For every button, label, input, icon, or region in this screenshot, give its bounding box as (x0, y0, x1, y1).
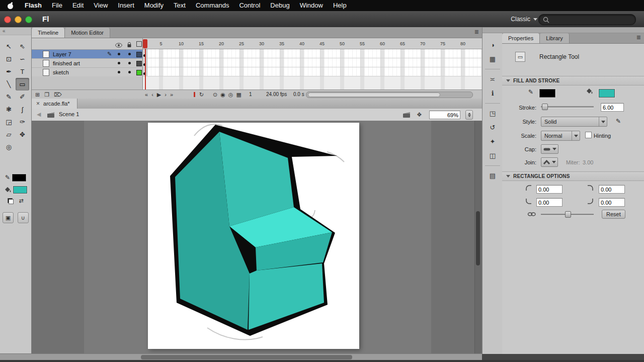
stroke-weight-slider[interactable] (541, 103, 594, 111)
corner-radius-bottom-left-input[interactable] (536, 198, 562, 207)
slider-thumb[interactable] (565, 211, 571, 218)
corner-radius-top-left-input[interactable] (536, 185, 562, 194)
stroke-weight-input[interactable] (601, 103, 624, 112)
new-folder-button[interactable]: ❐ (44, 92, 49, 98)
layer-row[interactable]: sketch (32, 68, 142, 77)
frame-rows[interactable] (143, 49, 482, 76)
layer-visibility-dot[interactable] (118, 62, 120, 64)
properties-panel-menu-icon[interactable]: ≣ (636, 34, 641, 41)
history-panel-icon[interactable]: ↺ (487, 122, 499, 133)
onion-skin-button[interactable]: ◉ (220, 92, 225, 98)
stage-hscrollbar-thumb[interactable] (141, 355, 352, 359)
zoom-window-button[interactable] (25, 16, 32, 23)
edit-multiple-frames-button[interactable]: ▦ (236, 92, 241, 98)
menu-item-help[interactable]: Help (328, 2, 352, 9)
play-button[interactable]: ▶ (157, 92, 161, 98)
edit-scene-button[interactable] (403, 112, 411, 119)
text-tool[interactable]: T (16, 65, 29, 78)
layer-visibility-dot[interactable] (118, 53, 120, 55)
show-all-layers-as-outlines-icon[interactable] (136, 41, 142, 47)
stage-vscrollbar-thumb[interactable] (476, 211, 480, 265)
rectangle-tool[interactable]: ▭ (16, 78, 29, 90)
layer-frames-row[interactable] (143, 58, 482, 67)
free-transform-tool[interactable]: ⊡ (2, 53, 16, 65)
stage-vertical-scrollbar[interactable] (474, 121, 481, 353)
layer-row[interactable]: Layer 7✎ (32, 50, 142, 59)
menu-item-commands[interactable]: Commands (191, 2, 234, 9)
stage-area[interactable] (32, 121, 482, 353)
document-tab[interactable]: × arcade.fla* (32, 99, 77, 109)
library-panel-icon[interactable]: ▤ (487, 170, 499, 181)
menu-item-edit[interactable]: Edit (67, 2, 89, 9)
bone-tool[interactable]: ʃ (16, 103, 29, 116)
menu-item-debug[interactable]: Debug (265, 2, 294, 9)
layer-outline-color-swatch[interactable] (136, 61, 142, 66)
menu-item-window[interactable]: Window (295, 2, 328, 9)
lock-unlock-all-layers-icon[interactable] (127, 41, 132, 50)
layer-outline-color-swatch[interactable] (136, 52, 142, 57)
search-input[interactable] (549, 16, 622, 24)
frames-column[interactable]: 5101520253035404550556065707580 (143, 38, 482, 90)
deco-tool[interactable]: ❃ (2, 103, 16, 116)
reset-button[interactable]: Reset (602, 210, 625, 219)
components-panel-icon[interactable]: ◫ (487, 150, 499, 161)
fill-color-swatch[interactable] (599, 89, 615, 98)
layer-lock-dot[interactable] (128, 53, 131, 55)
current-frame-value[interactable]: 1 (249, 92, 252, 97)
rectangle-options-section-header[interactable]: RECTANGLE OPTIONS (502, 171, 644, 181)
hinting-checkbox[interactable] (585, 132, 592, 138)
apple-menu[interactable] (0, 2, 20, 10)
hand-tool[interactable]: ✥ (16, 128, 29, 141)
stroke-color-swatch[interactable] (539, 89, 555, 98)
collapse-tools-panel-button[interactable]: « (0, 28, 31, 35)
selection-tool[interactable]: ↖ (2, 40, 16, 53)
layer-visibility-dot[interactable] (118, 71, 120, 73)
miter-value[interactable]: 3.00 (583, 159, 593, 165)
back-button[interactable]: ◀ (37, 111, 41, 118)
menu-item-flash[interactable]: Flash (20, 2, 47, 9)
custom-stroke-style-button[interactable]: ✎ (616, 118, 621, 125)
timeline-ruler[interactable]: 5101520253035404550556065707580 (143, 38, 482, 49)
layer-frames-row[interactable] (143, 49, 482, 58)
layer-row[interactable]: finished art (32, 59, 142, 68)
zoom-stepper[interactable] (465, 110, 473, 120)
slider-thumb[interactable] (542, 104, 548, 110)
object-drawing-toggle[interactable]: ▣ (3, 212, 14, 223)
stage-canvas[interactable] (148, 123, 359, 349)
menu-item-modify[interactable]: Modify (139, 2, 169, 9)
onion-skin-outlines-button[interactable]: ◎ (228, 92, 233, 98)
zoom-tool[interactable]: ◎ (2, 141, 16, 153)
subselection-tool[interactable]: ⇖ (16, 40, 29, 53)
close-document-icon[interactable]: × (36, 100, 40, 107)
minimize-window-button[interactable] (15, 16, 22, 23)
lasso-tool[interactable]: ∽ (16, 53, 29, 65)
swap-colors-button[interactable]: ⇄ (19, 198, 23, 204)
loop-playback-button[interactable]: ↻ (199, 92, 204, 98)
eraser-tool[interactable]: ▱ (2, 128, 16, 141)
motion-presets-panel-icon[interactable]: ✦ (487, 136, 499, 147)
go-first-frame-button[interactable]: « (145, 92, 148, 98)
menu-item-file[interactable]: File (47, 2, 67, 9)
menu-item-view[interactable]: View (89, 2, 113, 9)
new-layer-button[interactable]: ⊞ (35, 92, 40, 98)
workspace-switcher[interactable]: Classic (511, 16, 537, 23)
align-panel-icon[interactable]: ≍ (487, 73, 499, 84)
brush-tool[interactable]: ✐ (16, 90, 29, 103)
playhead[interactable] (143, 39, 147, 48)
menu-item-control[interactable]: Control (234, 2, 265, 9)
lock-corner-radius-icon[interactable] (527, 211, 536, 218)
line-tool[interactable]: ╲ (2, 78, 16, 90)
paint-bucket-tool[interactable]: ◲ (2, 116, 16, 128)
transform-panel-icon[interactable]: ◳ (487, 108, 499, 119)
tab-properties[interactable]: Properties (502, 33, 540, 43)
search-field[interactable] (538, 14, 636, 25)
corner-radius-bottom-right-input[interactable] (599, 198, 625, 207)
layer-frames-row[interactable] (143, 67, 482, 76)
step-forward-button[interactable]: › (165, 92, 167, 98)
layer-lock-dot[interactable] (128, 71, 131, 73)
cap-style-button[interactable] (541, 144, 558, 154)
step-back-button[interactable]: ‹ (151, 92, 153, 98)
corner-radius-top-right-input[interactable] (599, 185, 625, 194)
delete-layer-button[interactable]: ⌦ (54, 92, 62, 98)
edit-symbols-button[interactable]: ❖ (417, 111, 422, 118)
